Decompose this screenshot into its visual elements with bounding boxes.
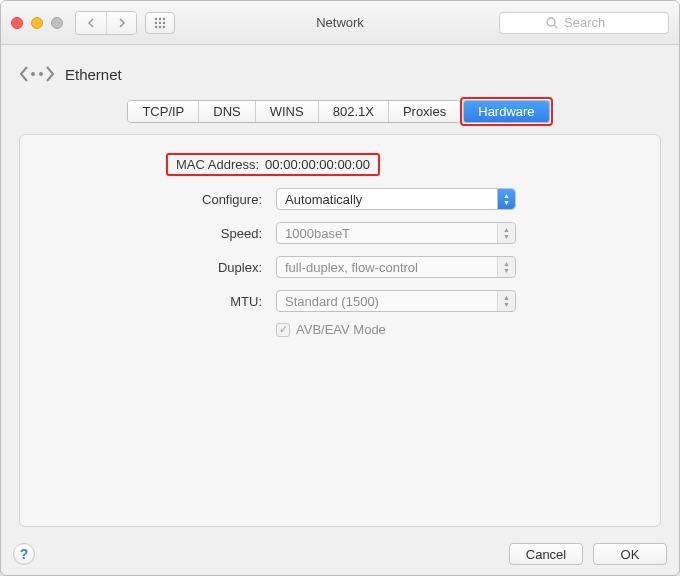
configure-label: Configure:: [36, 192, 266, 207]
footer: ? Cancel OK: [1, 539, 679, 575]
close-window-button[interactable]: [11, 17, 23, 29]
hardware-form: MAC Address: 00:00:00:00:00:00 Configure…: [36, 153, 644, 337]
ethernet-icon: [19, 59, 55, 89]
svg-point-0: [155, 17, 157, 19]
avb-mode-row: ✓ AVB/EAV Mode: [276, 322, 516, 337]
zoom-window-button: [51, 17, 63, 29]
svg-point-2: [163, 17, 165, 19]
svg-point-11: [31, 72, 35, 76]
tab-wins[interactable]: WINS: [255, 101, 318, 122]
speed-label: Speed:: [36, 226, 266, 241]
tab-8021x[interactable]: 802.1X: [318, 101, 388, 122]
avb-mode-checkbox: ✓: [276, 323, 290, 337]
search-input[interactable]: [562, 14, 622, 31]
svg-point-5: [163, 21, 165, 23]
tab-hardware-highlight: Hardware: [460, 97, 552, 126]
search-field[interactable]: [499, 12, 669, 34]
svg-line-10: [554, 25, 557, 28]
mac-address-highlight: MAC Address: 00:00:00:00:00:00: [166, 153, 380, 176]
mac-address-value: 00:00:00:00:00:00: [265, 157, 370, 172]
show-all-button[interactable]: [145, 12, 175, 34]
chevron-left-icon: [87, 18, 95, 28]
search-icon: [546, 17, 558, 29]
hardware-panel: MAC Address: 00:00:00:00:00:00 Configure…: [19, 134, 661, 527]
svg-point-12: [39, 72, 43, 76]
svg-point-9: [547, 18, 555, 26]
grid-icon: [154, 17, 166, 29]
tabs-group: TCP/IP DNS WINS 802.1X Proxies: [127, 100, 461, 123]
svg-point-7: [159, 25, 161, 27]
ok-button[interactable]: OK: [593, 543, 667, 565]
configure-value: Automatically: [277, 192, 497, 207]
tab-dns[interactable]: DNS: [198, 101, 254, 122]
chevron-right-icon: [118, 18, 126, 28]
minimize-window-button[interactable]: [31, 17, 43, 29]
connection-name: Ethernet: [65, 66, 122, 83]
tab-proxies[interactable]: Proxies: [388, 101, 460, 122]
avb-mode-label: AVB/EAV Mode: [296, 322, 386, 337]
duplex-value: full-duplex, flow-control: [277, 260, 497, 275]
back-button[interactable]: [76, 12, 106, 34]
svg-point-8: [163, 25, 165, 27]
stepper-arrows-icon: ▲▼: [497, 223, 515, 243]
svg-point-6: [155, 25, 157, 27]
duplex-label: Duplex:: [36, 260, 266, 275]
configure-select[interactable]: Automatically ▲▼: [276, 188, 516, 210]
tab-hardware[interactable]: Hardware: [464, 101, 548, 122]
help-button[interactable]: ?: [13, 543, 35, 565]
tab-tcpip[interactable]: TCP/IP: [128, 101, 198, 122]
tab-row: TCP/IP DNS WINS 802.1X Proxies Hardware: [19, 97, 661, 126]
speed-select: 1000baseT ▲▼: [276, 222, 516, 244]
content-area: Ethernet TCP/IP DNS WINS 802.1X Proxies …: [1, 45, 679, 539]
preferences-window: Network Ethernet TCP/IP DNS: [0, 0, 680, 576]
svg-point-4: [159, 21, 161, 23]
connection-header: Ethernet: [19, 59, 661, 89]
mtu-label: MTU:: [36, 294, 266, 309]
nav-back-forward: [75, 11, 137, 35]
svg-point-3: [155, 21, 157, 23]
mtu-value: Standard (1500): [277, 294, 497, 309]
traffic-lights: [11, 17, 63, 29]
speed-value: 1000baseT: [277, 226, 497, 241]
titlebar: Network: [1, 1, 679, 45]
stepper-arrows-icon: ▲▼: [497, 257, 515, 277]
stepper-arrows-icon: ▲▼: [497, 189, 515, 209]
stepper-arrows-icon: ▲▼: [497, 291, 515, 311]
mtu-select: Standard (1500) ▲▼: [276, 290, 516, 312]
duplex-select: full-duplex, flow-control ▲▼: [276, 256, 516, 278]
cancel-button[interactable]: Cancel: [509, 543, 583, 565]
forward-button[interactable]: [106, 12, 136, 34]
mac-address-label: MAC Address:: [176, 157, 265, 172]
svg-point-1: [159, 17, 161, 19]
